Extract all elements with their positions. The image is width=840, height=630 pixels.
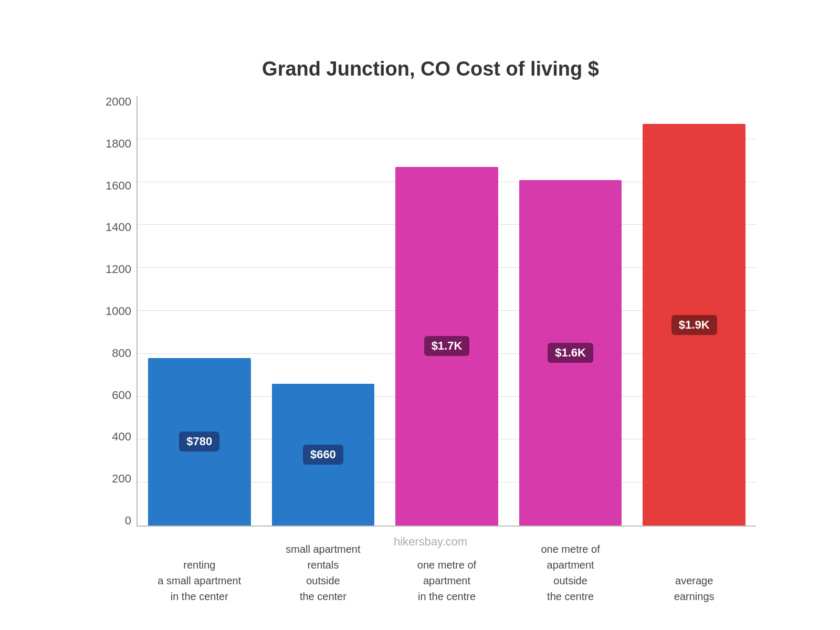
bar-xlabel-sqm-outside: one metre of apartmentoutsidethe centre bbox=[518, 541, 623, 604]
y-label-600: 600 bbox=[112, 390, 131, 401]
chart-container: Grand Junction, CO Cost of living $ 2000… bbox=[52, 26, 788, 604]
y-label-1000: 1000 bbox=[106, 306, 131, 317]
bar-earnings: $1.9K bbox=[643, 124, 746, 526]
bar-xlabel-sqm-center: one metre of apartmentin the centre bbox=[394, 557, 499, 604]
y-label-2000: 2000 bbox=[106, 96, 131, 108]
bars-wrapper: $780 rentinga small apartmentin the cent… bbox=[136, 96, 756, 527]
bar-badge-sqm-outside: $1.6K bbox=[548, 343, 593, 363]
chart-area: 2000 1800 1600 1400 1200 1000 800 600 40… bbox=[105, 96, 756, 527]
y-label-1400: 1400 bbox=[106, 222, 131, 233]
bar-badge-rent-outside: $660 bbox=[303, 445, 343, 465]
bar-xlabel-earnings: averageearnings bbox=[642, 573, 747, 604]
y-label-800: 800 bbox=[112, 348, 131, 359]
y-axis: 2000 1800 1600 1400 1200 1000 800 600 40… bbox=[105, 96, 136, 527]
y-label-0: 0 bbox=[125, 515, 131, 527]
bar-rent-outside: $660 bbox=[272, 384, 375, 526]
y-label-1200: 1200 bbox=[106, 264, 131, 275]
bar-badge-rent-center: $780 bbox=[179, 432, 219, 452]
y-label-200: 200 bbox=[112, 473, 131, 485]
bar-group-earnings: $1.9K averageearnings bbox=[632, 96, 756, 526]
bar-group-sqm-center: $1.7K one metre of apartmentin the centr… bbox=[385, 96, 509, 526]
bar-group-rent-outside: $660 small apartment rentalsoutsidethe c… bbox=[261, 96, 385, 526]
bar-sqm-center: $1.7K bbox=[395, 167, 498, 526]
chart-footer: hikersbay.com bbox=[105, 535, 756, 549]
chart-title: Grand Junction, CO Cost of living $ bbox=[105, 58, 756, 80]
bar-sqm-outside: $1.6K bbox=[519, 180, 622, 526]
y-label-1600: 1600 bbox=[106, 180, 131, 192]
bar-badge-earnings: $1.9K bbox=[671, 315, 717, 335]
bar-group-rent-center: $780 rentinga small apartmentin the cent… bbox=[138, 96, 261, 526]
y-label-400: 400 bbox=[112, 431, 131, 443]
y-label-1800: 1800 bbox=[106, 138, 131, 150]
bar-xlabel-rent-center: rentinga small apartmentin the center bbox=[147, 557, 252, 604]
bar-rent-center: $780 bbox=[148, 358, 251, 526]
bar-badge-sqm-center: $1.7K bbox=[424, 336, 470, 356]
bar-xlabel-rent-outside: small apartment rentalsoutsidethe center bbox=[270, 541, 375, 604]
bar-group-sqm-outside: $1.6K one metre of apartmentoutsidethe c… bbox=[509, 96, 633, 526]
